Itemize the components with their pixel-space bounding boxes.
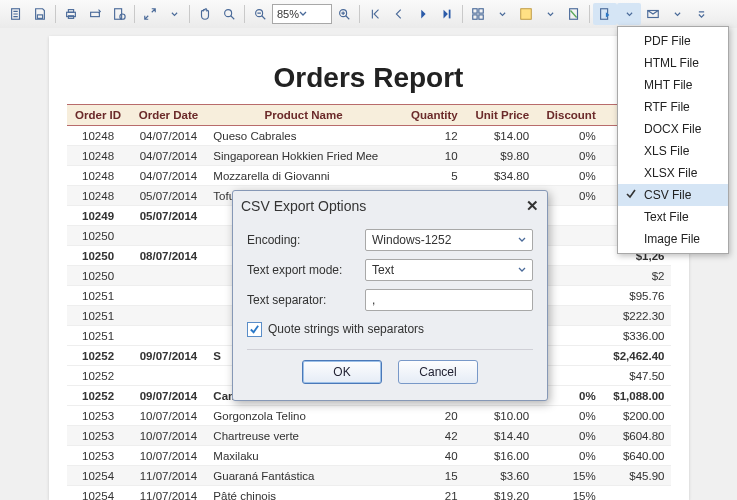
col-header: Product Name <box>207 105 400 126</box>
separator <box>134 5 135 23</box>
col-header: Order ID <box>67 105 130 126</box>
table-row: 1024804/07/2014Queso Cabrales12$14.000%$… <box>67 126 671 146</box>
col-header: Order Date <box>130 105 208 126</box>
export-menu-item[interactable]: HTML File <box>618 52 728 74</box>
chevron-down-icon <box>518 266 526 274</box>
email-icon[interactable] <box>641 3 665 25</box>
separator <box>359 5 360 23</box>
check-icon <box>624 187 638 201</box>
print-icon[interactable] <box>59 3 83 25</box>
export-dropdown-icon[interactable] <box>617 3 641 25</box>
separator <box>589 5 590 23</box>
export-menu-item[interactable]: PDF File <box>618 30 728 52</box>
watermark-icon[interactable] <box>562 3 586 25</box>
first-page-icon[interactable] <box>363 3 387 25</box>
multipage-icon[interactable] <box>466 3 490 25</box>
quote-checkbox-row[interactable]: Quote strings with separators <box>247 317 533 341</box>
quote-label: Quote strings with separators <box>268 322 424 336</box>
toolbar: 85% <box>0 0 737 29</box>
quick-print-icon[interactable] <box>83 3 107 25</box>
next-page-icon[interactable] <box>411 3 435 25</box>
col-header: Quantity <box>400 105 464 126</box>
export-menu-item[interactable]: CSV File <box>618 184 728 206</box>
export-menu-item[interactable]: XLS File <box>618 140 728 162</box>
email-dropdown-icon[interactable] <box>665 3 689 25</box>
col-header: Discount <box>535 105 602 126</box>
cancel-button[interactable]: Cancel <box>398 360 478 384</box>
multipage-dropdown-icon[interactable] <box>490 3 514 25</box>
table-row: 1025411/07/2014Guaraná Fantástica15$3.60… <box>67 466 671 486</box>
separator-label: Text separator: <box>247 293 365 307</box>
csv-export-dialog: CSV Export Options ✕ Encoding: Windows-1… <box>232 190 548 401</box>
separator <box>244 5 245 23</box>
svg-rect-14 <box>479 15 483 19</box>
separator-input[interactable]: , <box>365 289 533 311</box>
export-menu-item[interactable]: RTF File <box>618 96 728 118</box>
ok-button[interactable]: OK <box>302 360 382 384</box>
svg-point-8 <box>225 10 232 17</box>
scale-dropdown-icon[interactable] <box>162 3 186 25</box>
zoom-input[interactable]: 85% <box>272 4 332 24</box>
mode-label: Text export mode: <box>247 263 365 277</box>
page-setup-icon[interactable] <box>107 3 131 25</box>
hand-tool-icon[interactable] <box>193 3 217 25</box>
close-icon[interactable]: ✕ <box>526 197 539 215</box>
export-icon[interactable] <box>593 3 617 25</box>
chevron-down-icon <box>518 236 526 244</box>
last-page-icon[interactable] <box>435 3 459 25</box>
table-row: 1025310/07/2014Gorgonzola Telino20$10.00… <box>67 406 671 426</box>
backcolor-icon[interactable] <box>514 3 538 25</box>
checkbox-icon <box>247 322 262 337</box>
encoding-select[interactable]: Windows-1252 <box>365 229 533 251</box>
table-row: 1024804/07/2014Mozzarella di Giovanni5$3… <box>67 166 671 186</box>
export-menu-item[interactable]: XLSX File <box>618 162 728 184</box>
dialog-title: CSV Export Options <box>241 198 366 214</box>
separator <box>462 5 463 23</box>
table-row: 1024804/07/2014Singaporean Hokkien Fried… <box>67 146 671 166</box>
svg-rect-1 <box>37 15 42 19</box>
separator <box>247 349 533 350</box>
export-menu: PDF FileHTML FileMHT FileRTF FileDOCX Fi… <box>617 26 729 254</box>
export-menu-item[interactable]: Image File <box>618 228 728 250</box>
separator <box>55 5 56 23</box>
svg-rect-11 <box>473 9 477 13</box>
backcolor-dropdown-icon[interactable] <box>538 3 562 25</box>
svg-rect-15 <box>521 9 532 20</box>
svg-rect-5 <box>91 12 100 16</box>
magnifier-icon[interactable] <box>217 3 241 25</box>
export-menu-item[interactable]: MHT File <box>618 74 728 96</box>
zoom-out-icon[interactable] <box>248 3 272 25</box>
table-row: 1025310/07/2014Chartreuse verte42$14.400… <box>67 426 671 446</box>
overflow-dropdown-icon[interactable] <box>689 3 713 25</box>
export-menu-item[interactable]: Text File <box>618 206 728 228</box>
prev-page-icon[interactable] <box>387 3 411 25</box>
document-icon[interactable] <box>4 3 28 25</box>
svg-point-7 <box>120 14 125 19</box>
mode-select[interactable]: Text <box>365 259 533 281</box>
zoom-in-icon[interactable] <box>332 3 356 25</box>
zoom-value: 85% <box>277 8 299 20</box>
scale-icon[interactable] <box>138 3 162 25</box>
save-icon[interactable] <box>28 3 52 25</box>
table-row: 1025411/07/2014Pâté chinois21$19.2015% <box>67 486 671 501</box>
encoding-label: Encoding: <box>247 233 365 247</box>
table-row: 1025310/07/2014Maxilaku40$16.000%$640.00 <box>67 446 671 466</box>
svg-rect-13 <box>473 15 477 19</box>
separator <box>189 5 190 23</box>
export-menu-item[interactable]: DOCX File <box>618 118 728 140</box>
svg-rect-3 <box>68 10 73 13</box>
col-header: Unit Price <box>464 105 535 126</box>
svg-rect-12 <box>479 9 483 13</box>
report-title: Orders Report <box>67 62 671 94</box>
